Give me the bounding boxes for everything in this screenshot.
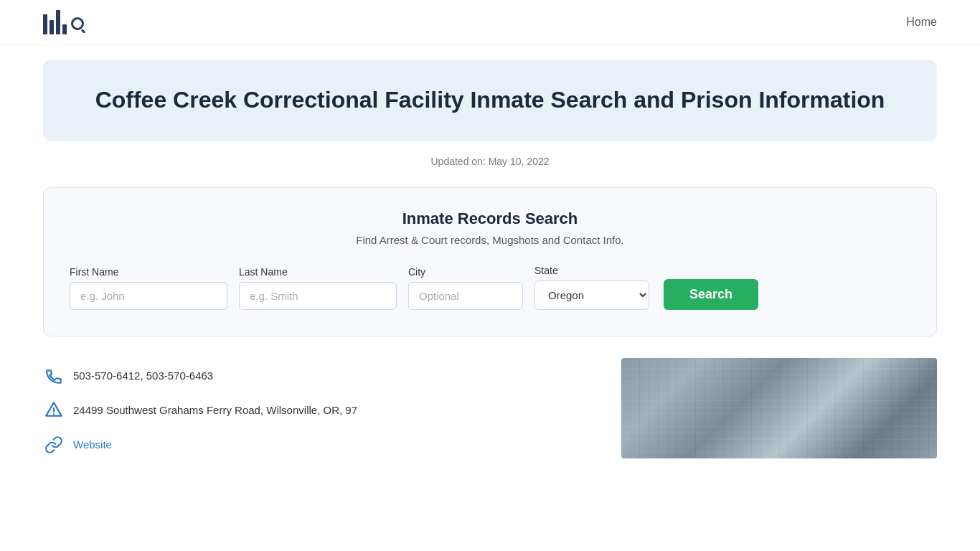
website-detail: Website (43, 434, 593, 456)
search-fields: First Name Last Name City State OregonAl… (70, 265, 910, 310)
search-button[interactable]: Search (664, 279, 758, 310)
state-label: State (534, 265, 649, 276)
updated-date: Updated on: May 10, 2022 (0, 156, 980, 167)
header: Home (0, 0, 980, 45)
state-select[interactable]: OregonAlabamaAlaskaArizonaArkansasCalifo… (534, 281, 649, 310)
logo-search-icon (71, 17, 84, 30)
last-name-field-group: Last Name (239, 266, 397, 310)
svg-point-2 (53, 413, 55, 415)
search-card: Inmate Records Search Find Arrest & Cour… (43, 187, 937, 336)
facility-aerial-image (621, 358, 937, 458)
first-name-input[interactable] (70, 282, 227, 310)
search-card-subtitle: Find Arrest & Court records, Mugshots an… (70, 234, 910, 246)
last-name-input[interactable] (239, 282, 397, 310)
website-link[interactable]: Website (73, 438, 112, 451)
facility-image-inner (621, 358, 937, 458)
city-field-group: City (408, 266, 523, 310)
link-icon (43, 434, 65, 456)
phone-detail: 503-570-6412, 503-570-6463 (43, 365, 593, 387)
first-name-field-group: First Name (70, 266, 227, 310)
logo-bars-icon (43, 10, 67, 34)
city-label: City (408, 266, 523, 278)
site-logo[interactable] (43, 10, 84, 34)
address-icon (43, 400, 65, 421)
facility-info: 503-570-6412, 503-570-6463 24499 Southwe… (43, 358, 937, 468)
phone-number: 503-570-6412, 503-570-6463 (73, 369, 213, 382)
city-input[interactable] (408, 282, 523, 310)
hero-banner: Coffee Creek Correctional Facility Inmat… (43, 60, 937, 141)
first-name-label: First Name (70, 266, 227, 278)
address-detail: 24499 Southwest Grahams Ferry Road, Wils… (43, 400, 593, 421)
home-nav-link[interactable]: Home (906, 16, 937, 29)
address-text: 24499 Southwest Grahams Ferry Road, Wils… (73, 404, 357, 416)
search-card-title: Inmate Records Search (70, 209, 910, 228)
state-field-group: State OregonAlabamaAlaskaArizonaArkansas… (534, 265, 649, 310)
last-name-label: Last Name (239, 266, 397, 278)
phone-icon (43, 365, 65, 387)
hero-title: Coffee Creek Correctional Facility Inmat… (72, 85, 908, 116)
facility-details: 503-570-6412, 503-570-6463 24499 Southwe… (43, 358, 593, 468)
